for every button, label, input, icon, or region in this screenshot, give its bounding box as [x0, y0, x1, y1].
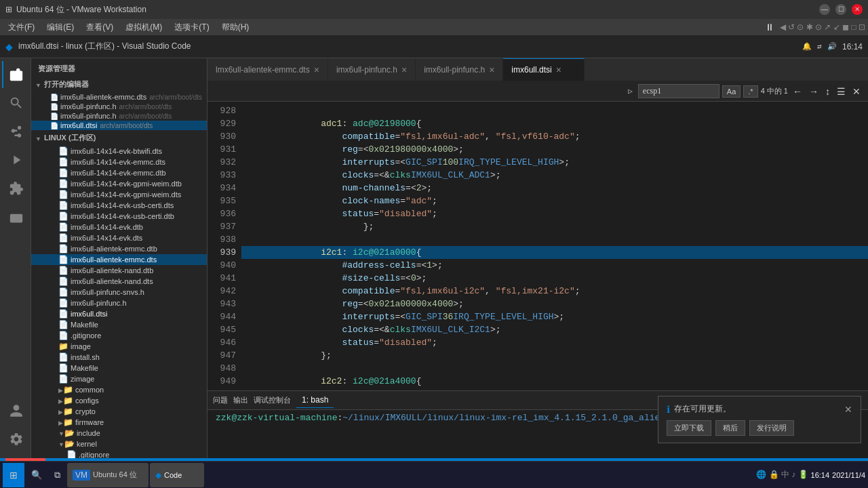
- tree-item-emmc-dtb[interactable]: 📄imx6ull-14x14-evk-emmc.dtb: [31, 167, 207, 178]
- tree-item-gitignore2[interactable]: 📄.gitignore: [31, 449, 207, 458]
- tab-close-4[interactable]: ×: [556, 64, 561, 75]
- tree-item-include[interactable]: 📂include: [31, 428, 207, 439]
- file-icon: 📄: [58, 277, 68, 286]
- search-case-btn[interactable]: Aa: [722, 85, 741, 98]
- tree-item-configs[interactable]: 📁configs: [31, 395, 207, 406]
- search-word-btn[interactable]: .*: [743, 85, 757, 98]
- line-num-942: 942: [208, 285, 236, 298]
- search-close-btn[interactable]: ✕: [850, 86, 863, 97]
- tree-item-install[interactable]: 📄install.sh: [31, 352, 207, 363]
- tree-item-gpmi-dtb[interactable]: 📄imx6ull-14x14-evk-gpmi-weim.dtb: [31, 178, 207, 189]
- tab-close-3[interactable]: ×: [489, 64, 494, 75]
- open-editor-item-4[interactable]: 📄 imx6ull.dtsi arch/arm/boot/dts: [31, 121, 207, 130]
- window-controls[interactable]: — ☐ ✕: [819, 4, 863, 15]
- chevron-down-kernel-icon: [58, 439, 64, 449]
- tab-pinfunc1[interactable]: imx6ull-pinfunc.h ×: [328, 58, 416, 81]
- menu-help[interactable]: 帮助(H): [216, 20, 255, 35]
- tree-item-kernel[interactable]: 📂kernel: [31, 439, 207, 449]
- notification-icon[interactable]: 🔔: [802, 42, 812, 51]
- tree-item-firmware[interactable]: 📁firmware: [31, 417, 207, 428]
- sidebar-open-editors-header[interactable]: 打开的编辑器: [31, 77, 207, 92]
- tree-item-gitignore1[interactable]: 📄.gitignore: [31, 330, 207, 341]
- file-icon: 📄: [58, 331, 68, 340]
- code-content[interactable]: adc1: adc@02198000 { compatible = "fsl,i…: [241, 102, 868, 390]
- activity-accounts[interactable]: [2, 397, 29, 424]
- taskbar-vscode[interactable]: ◆ Code: [150, 463, 204, 487]
- tree-item-gpmi-dts[interactable]: 📄imx6ull-14x14-evk-gpmi-weim.dts: [31, 189, 207, 200]
- search-wrap-btn[interactable]: ↕: [823, 86, 832, 97]
- tree-item-dtsi-active[interactable]: 📄imx6ull.dtsi: [31, 308, 207, 319]
- menu-edit[interactable]: 编辑(E): [41, 20, 79, 35]
- tree-item-crypto[interactable]: 📁crypto: [31, 406, 207, 417]
- search-next-btn[interactable]: →: [807, 86, 821, 97]
- tree-item-alientek-emmc-dtb[interactable]: 📄imx6ull-alientek-emmc.dtb: [31, 243, 207, 254]
- activity-settings[interactable]: [2, 426, 29, 453]
- tree-item-image-folder[interactable]: 📁image: [31, 341, 207, 352]
- menu-vm[interactable]: 虚拟机(M): [120, 20, 167, 35]
- menu-tabs[interactable]: 选项卡(T): [169, 20, 214, 35]
- taskbar-vmware[interactable]: VM Ubuntu 64 位: [67, 463, 149, 487]
- tree-item-makefile1[interactable]: 📄Makefile: [31, 319, 207, 330]
- tab-dtsi[interactable]: imx6ull.dtsi ×: [503, 58, 585, 81]
- windows-icon: ⊞: [9, 470, 18, 481]
- sidebar-linux-header[interactable]: LINUX (工作区): [31, 130, 207, 146]
- terminal-bash-tab[interactable]: 1: bash: [296, 392, 334, 408]
- line-num-947: 947: [208, 349, 236, 362]
- open-editor-path-4: arch/arm/boot/dts: [100, 122, 153, 129]
- open-editor-item-1[interactable]: 📄 imx6ull-alientek-emmc.dts arch/arm/boo…: [31, 92, 207, 102]
- search-icon-label: ▷: [628, 87, 633, 96]
- open-editor-item-3[interactable]: 📄 imx6ull-pinfunc.h arch/arm/boot/dts: [31, 111, 207, 121]
- file-icon: 📄: [58, 244, 68, 253]
- line-num-941: 941: [208, 272, 236, 285]
- tree-item-pinfunc[interactable]: 📄imx6ull-pinfunc.h: [31, 298, 207, 308]
- close-button[interactable]: ✕: [852, 4, 863, 15]
- install-now-button[interactable]: 立即下载: [667, 420, 711, 436]
- tree-item-emmc-dts[interactable]: 📄imx6ull-14x14-evk-emmc.dts: [31, 157, 207, 167]
- activity-debug[interactable]: [2, 146, 29, 174]
- tree-item-pinfunc-snvs[interactable]: 📄imx6ull-pinfunc-snvs.h: [31, 287, 207, 298]
- open-editor-filename-3: imx6ull-pinfunc.h: [60, 112, 117, 120]
- open-editor-item-2[interactable]: 📄 imx6ull-pinfunc.h arch/arm/boot/dts: [31, 102, 207, 111]
- maximize-button[interactable]: ☐: [835, 4, 846, 15]
- tree-item-alientek-emmc-dts[interactable]: 📄imx6ull-alientek-emmc.dts: [31, 254, 207, 265]
- activity-extensions[interactable]: [2, 175, 29, 202]
- tab-close-2[interactable]: ×: [401, 64, 407, 75]
- tree-item-evk-dtb[interactable]: 📄imx6ull-14x14-evk.dtb: [31, 222, 207, 232]
- vscode-toolbar-right: 🔔 ⇄ 🔊 16:14: [802, 42, 863, 52]
- activity-git[interactable]: [2, 118, 29, 145]
- tree-item-common[interactable]: 📁common: [31, 384, 207, 395]
- taskbar-task-view[interactable]: ⧉: [49, 463, 66, 487]
- tree-item-usb-dts[interactable]: 📄imx6ull-14x14-evk-usb-certi.dts: [31, 200, 207, 211]
- activity-search[interactable]: [2, 89, 29, 117]
- later-button[interactable]: 稍后: [715, 420, 745, 436]
- tab-close-1[interactable]: ×: [314, 64, 319, 75]
- menu-view[interactable]: 查看(V): [81, 20, 119, 35]
- search-multiline-btn[interactable]: ☰: [835, 86, 848, 97]
- tree-item-evk-dts[interactable]: 📄imx6ull-14x14-evk.dts: [31, 232, 207, 243]
- notification-close-btn[interactable]: ✕: [844, 404, 852, 415]
- pause-icon[interactable]: ⏸: [765, 22, 774, 33]
- vscode-taskbar-label: Code: [164, 471, 182, 479]
- audio-icon[interactable]: 🔊: [827, 42, 837, 51]
- tree-item-usb-dtb[interactable]: 📄imx6ull-14x14-evk-usb-certi.dtb: [31, 211, 207, 222]
- tree-item-zimage[interactable]: 📄zimage: [31, 373, 207, 384]
- tree-item-makefile2[interactable]: 📄Makefile: [31, 363, 207, 373]
- tree-item-nand-dts[interactable]: 📄imx6ull-alientek-nand.dts: [31, 276, 207, 287]
- tree-item-nand-dtb[interactable]: 📄imx6ull-alientek-nand.dtb: [31, 265, 207, 276]
- menu-file[interactable]: 文件(F): [3, 20, 40, 35]
- tree-item-btwifi[interactable]: 📄imx6ull-14x14-evk-btwifi.dts: [31, 146, 207, 157]
- taskbar-search[interactable]: 🔍: [26, 463, 47, 487]
- release-notes-button[interactable]: 发行说明: [749, 420, 794, 436]
- search-input[interactable]: [638, 84, 719, 98]
- tab-emmc-dts[interactable]: lmx6ull-alientek-emmc.dts ×: [208, 58, 328, 81]
- terminal-prompt-path: ~/linux/IMX6ULL/linux/linux-imx-rel_imx_…: [342, 413, 681, 423]
- activity-remote[interactable]: [2, 206, 29, 233]
- tab-pinfunc2[interactable]: imx6ull-pinfunc.h ×: [416, 58, 503, 81]
- account-icon[interactable]: ⇄: [817, 42, 822, 51]
- taskbar-start[interactable]: ⊞: [3, 463, 24, 487]
- search-prev-btn[interactable]: ←: [791, 86, 804, 97]
- minimize-button[interactable]: —: [819, 4, 830, 15]
- vscode-toolbar: ◆ imx6ull.dtsi - linux (工作区) - Visual St…: [0, 35, 868, 58]
- search-result-count: 4 中的 1: [761, 86, 788, 96]
- activity-files[interactable]: [2, 61, 29, 88]
